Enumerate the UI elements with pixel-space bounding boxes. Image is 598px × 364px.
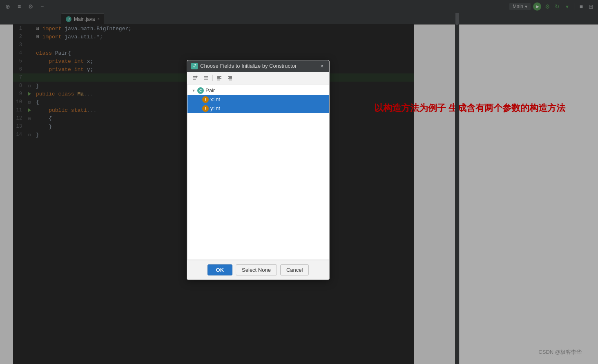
modal-close-button[interactable]: × xyxy=(319,63,325,69)
modal-title-icon: J xyxy=(191,63,198,69)
modal-titlebar: J Choose Fields to Initialize by Constru… xyxy=(187,60,329,72)
field-icon-y: f xyxy=(202,105,209,112)
tree-node-pair[interactable]: C Pair xyxy=(187,86,329,95)
field-icon-x: f xyxy=(202,96,209,103)
tree-label-pair: Pair xyxy=(205,87,215,93)
choose-fields-modal: J Choose Fields to Initialize by Constru… xyxy=(187,60,330,280)
align-left-button[interactable] xyxy=(214,73,224,82)
field-item-y[interactable]: f y:int xyxy=(187,104,329,113)
select-none-button[interactable]: Select None xyxy=(236,264,277,275)
settings-small-button[interactable] xyxy=(201,73,211,82)
class-icon-pair: C xyxy=(197,87,204,94)
svg-rect-5 xyxy=(204,79,208,80)
expand-icon-pair[interactable] xyxy=(191,88,196,93)
sort-button[interactable] xyxy=(190,73,200,82)
svg-rect-3 xyxy=(204,76,208,77)
align-right-button[interactable] xyxy=(225,73,235,82)
svg-rect-4 xyxy=(204,78,208,78)
modal-footer: OK Select None Cancel xyxy=(187,260,329,280)
tree-container: C Pair f x:int f y:int xyxy=(187,84,329,115)
modal-toolbar xyxy=(187,72,329,84)
field-item-x[interactable]: f x:int xyxy=(187,95,329,104)
modal-overlay: J Choose Fields to Initialize by Constru… xyxy=(0,0,598,364)
toolbar-separator-1 xyxy=(212,75,213,81)
modal-title-left: J Choose Fields to Initialize by Constru… xyxy=(191,63,297,69)
field-label-x: x:int xyxy=(210,96,220,102)
cancel-button[interactable]: Cancel xyxy=(280,264,309,275)
modal-body: C Pair f x:int f y:int xyxy=(187,84,329,260)
modal-title-text: Choose Fields to Initialize by Construct… xyxy=(200,63,297,69)
ok-button[interactable]: OK xyxy=(208,264,233,275)
field-label-y: y:int xyxy=(210,105,220,111)
